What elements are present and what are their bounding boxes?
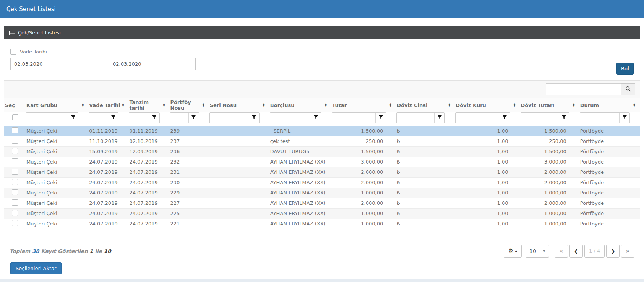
row-checkbox[interactable]: [12, 148, 18, 154]
row-checkbox[interactable]: [12, 179, 18, 185]
filter-input-doviz_cinsi[interactable]: [397, 113, 434, 123]
sort-icon[interactable]: ▲▼: [573, 103, 575, 107]
filter-input-borclusu[interactable]: [270, 113, 311, 123]
sort-icon[interactable]: ▲▼: [82, 103, 84, 107]
pager: ⚙ ▲ 10 ▼ « ❮ 1 / 4 ❯ »: [504, 245, 634, 258]
filter-funnel-button[interactable]: [559, 113, 569, 123]
table-row[interactable]: Müşteri Çeki01.11.201901.11.2019239- SER…: [4, 126, 640, 136]
column-header-doviz_cinsi[interactable]: Döviz Cinsi▲▼: [396, 98, 455, 112]
table-row[interactable]: Müşteri Çeki24.07.201924.07.2019230AYHAN…: [4, 177, 640, 188]
filter-input-doviz_tutari[interactable]: [521, 113, 559, 123]
panel-header: Çek/Senet Listesi: [4, 26, 640, 39]
filter-input-portfoy_nosu[interactable]: [170, 113, 188, 123]
sort-icon[interactable]: ▲▼: [514, 103, 516, 107]
filter-input-tanzim_tarihi[interactable]: [129, 113, 149, 123]
filter-funnel-button[interactable]: [500, 113, 510, 123]
funnel-icon: [71, 115, 75, 121]
cell-kart_grubu: Müşteri Çeki: [26, 219, 88, 229]
cell-tutar: 1.000,00: [331, 208, 396, 219]
cell-borclusu: AYHAN ERYILMAZ (XX): [269, 208, 331, 219]
bul-button[interactable]: Bul: [616, 63, 634, 75]
filter-funnel-button[interactable]: [249, 113, 259, 123]
sort-icon[interactable]: ▲▼: [389, 103, 391, 107]
filter-funnel-button[interactable]: [188, 113, 199, 123]
cell-portfoy_nosu: 225: [170, 208, 209, 219]
sort-icon[interactable]: ▲▼: [203, 103, 204, 107]
column-header-doviz_kuru[interactable]: Döviz Kuru▲▼: [455, 98, 520, 112]
row-checkbox[interactable]: [12, 127, 18, 133]
pager-last-button[interactable]: »: [621, 245, 634, 258]
cell-tutar: 2.000,00: [331, 177, 396, 188]
row-checkbox[interactable]: [12, 189, 18, 195]
cell-durum: Pörtföyde: [579, 157, 640, 167]
filter-input-durum[interactable]: [580, 113, 619, 123]
cell-durum: Pörtföyde: [579, 136, 640, 146]
date-to-input[interactable]: [109, 58, 196, 70]
filter-funnel-button[interactable]: [149, 113, 159, 123]
column-header-seri_nosu[interactable]: Seri Nosu▲▼: [209, 98, 269, 112]
pager-settings-button[interactable]: ⚙ ▲: [504, 245, 522, 258]
pager-first-button[interactable]: «: [555, 245, 568, 258]
column-header-doviz_tutari[interactable]: Döviz Tutarı▲▼: [520, 98, 579, 112]
filter-funnel-button[interactable]: [311, 113, 321, 123]
filter-funnel-button[interactable]: [68, 113, 78, 123]
table-row[interactable]: Müşteri Çeki15.09.201912.09.2019236DAVUT…: [4, 146, 640, 157]
column-header-portfoy_nosu[interactable]: Pörtföy Nosu▲▼: [170, 98, 209, 112]
column-filter-kart_grubu: [26, 112, 78, 123]
table-row[interactable]: Müşteri Çeki24.07.201924.07.2019229AYHAN…: [4, 188, 640, 198]
date-from-input[interactable]: [10, 58, 97, 70]
pager-next-button[interactable]: ❯: [606, 245, 620, 258]
filter-funnel-button[interactable]: [375, 113, 386, 123]
column-header-tutar[interactable]: Tutar▲▼: [331, 98, 396, 112]
row-checkbox[interactable]: [12, 220, 18, 226]
table-search-input[interactable]: [546, 83, 621, 95]
column-header-vade_tarihi[interactable]: Vade Tarihi▲▼: [88, 98, 128, 112]
cell-doviz_kuru: 1,00: [455, 188, 520, 198]
cell-borclusu: DAVUT TURUG5: [269, 146, 331, 157]
filter-input-vade_tarihi[interactable]: [89, 113, 108, 123]
filter-funnel-button[interactable]: [619, 113, 629, 123]
cell-vade_tarihi: 24.07.2019: [88, 208, 128, 219]
sort-icon[interactable]: ▲▼: [263, 103, 265, 107]
search-button[interactable]: [621, 83, 635, 95]
column-label: Vade Tarihi: [89, 102, 120, 108]
table-row[interactable]: Müşteri Çeki24.07.201924.07.2019232AYHAN…: [4, 157, 640, 167]
filter-input-doviz_kuru[interactable]: [456, 113, 499, 123]
column-label: Seç: [5, 102, 15, 108]
cell-portfoy_nosu: 231: [170, 167, 209, 177]
table-row[interactable]: Müşteri Çeki24.07.201924.07.2019221AYHAN…: [4, 219, 640, 229]
table-row[interactable]: Müşteri Çeki24.07.201924.07.2019227AYHAN…: [4, 198, 640, 208]
vade-tarihi-checkbox[interactable]: [10, 49, 16, 55]
column-header-kart_grubu[interactable]: Kart Grubu▲▼: [26, 98, 88, 112]
sort-icon[interactable]: ▲▼: [633, 103, 635, 107]
row-checkbox[interactable]: [12, 199, 18, 206]
sort-icon[interactable]: ▲▼: [325, 103, 327, 107]
row-checkbox[interactable]: [12, 210, 18, 216]
table-row[interactable]: Müşteri Çeki24.07.201924.07.2019231AYHAN…: [4, 167, 640, 177]
page-size-select[interactable]: 10 ▼: [526, 245, 549, 258]
row-checkbox[interactable]: [12, 158, 18, 164]
filter-funnel-button[interactable]: [434, 113, 444, 123]
column-header-durum[interactable]: Durum▲▼: [579, 98, 640, 112]
column-header-borclusu[interactable]: Borçlusu▲▼: [269, 98, 331, 112]
sort-icon[interactable]: ▲▼: [163, 103, 165, 107]
row-checkbox[interactable]: [12, 169, 18, 175]
filter-funnel-button[interactable]: [108, 113, 118, 123]
select-all-checkbox[interactable]: [12, 114, 18, 120]
table-row[interactable]: Müşteri Çeki11.10.201902.10.2019237çek t…: [4, 136, 640, 146]
sort-icon[interactable]: ▲▼: [448, 103, 450, 107]
sort-icon[interactable]: ▲▼: [122, 103, 124, 107]
table-row[interactable]: Müşteri Çeki24.07.201924.07.2019225AYHAN…: [4, 208, 640, 219]
filter-input-seri_nosu[interactable]: [210, 113, 249, 123]
export-selected-button[interactable]: Seçilenleri Aktar: [10, 262, 62, 274]
column-header-tanzim_tarihi[interactable]: Tanzim tarihi▲▼: [128, 98, 169, 112]
cell-doviz_kuru: 1,00: [455, 198, 520, 208]
funnel-icon: [379, 115, 383, 121]
row-checkbox[interactable]: [12, 138, 18, 144]
filter-input-tutar[interactable]: [332, 113, 375, 123]
pager-prev-button[interactable]: ❮: [569, 245, 583, 258]
column-filter-tutar: [332, 112, 386, 123]
cell-portfoy_nosu: 229: [170, 188, 209, 198]
filter-input-kart_grubu[interactable]: [26, 113, 68, 123]
cell-doviz_kuru: 1,00: [455, 167, 520, 177]
